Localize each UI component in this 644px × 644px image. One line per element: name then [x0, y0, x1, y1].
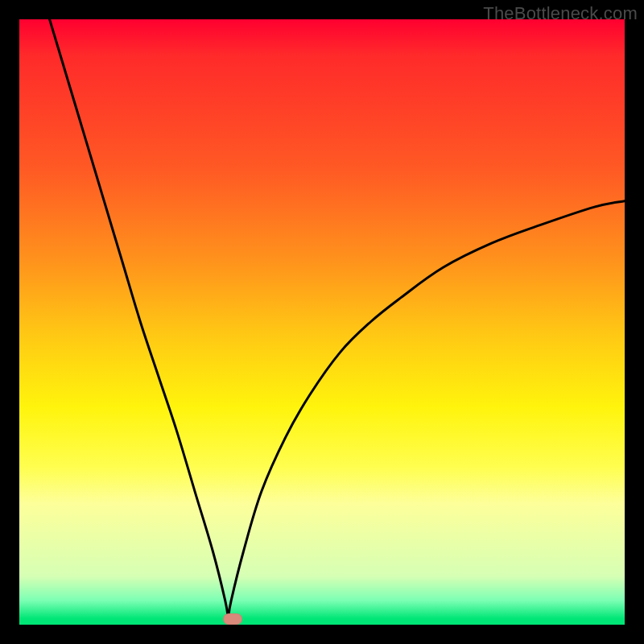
gradient-background — [19, 19, 625, 625]
optimum-marker — [223, 613, 242, 625]
chart-frame — [19, 19, 625, 625]
watermark-text: TheBottleneck.com — [483, 3, 638, 24]
